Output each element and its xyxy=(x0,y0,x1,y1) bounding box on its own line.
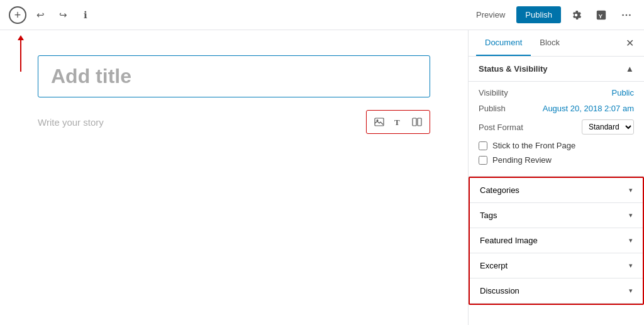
svg-text:T: T xyxy=(394,118,400,127)
toolbar-right: Preview Publish Y xyxy=(470,5,636,25)
tags-label: Tags xyxy=(480,211,497,220)
red-arrow-indicator xyxy=(18,35,24,72)
excerpt-header[interactable]: Excerpt ▾ xyxy=(470,253,643,278)
status-visibility-label: Status & Visibility xyxy=(479,64,548,74)
sidebar: Document Block ✕ Status & Visibility ▲ V… xyxy=(468,30,644,325)
add-block-button[interactable]: + xyxy=(8,5,28,25)
tab-block[interactable]: Block xyxy=(531,30,569,56)
post-format-label: Post Format xyxy=(479,123,523,132)
featured-image-header[interactable]: Featured Image ▾ xyxy=(470,228,643,253)
status-visibility-header: Status & Visibility ▲ xyxy=(469,57,644,82)
status-visibility-content: Visibility Public Publish August 20, 201… xyxy=(469,82,644,177)
excerpt-label: Excerpt xyxy=(480,261,508,270)
svg-rect-9 xyxy=(418,118,421,126)
visibility-row: Visibility Public xyxy=(479,88,634,97)
yoast-icon: Y xyxy=(596,9,607,21)
stick-front-page-row: Stick to the Front Page xyxy=(479,141,634,150)
redo-icon: ↪ xyxy=(59,9,67,21)
sidebar-close-button[interactable]: ✕ xyxy=(623,35,636,52)
layout-icon xyxy=(412,117,422,127)
svg-text:Y: Y xyxy=(599,12,603,19)
visibility-value[interactable]: Public xyxy=(612,88,634,97)
publish-value[interactable]: August 20, 2018 2:07 am xyxy=(543,104,634,113)
stick-front-page-checkbox[interactable] xyxy=(479,141,487,150)
status-visibility-toggle[interactable]: ▲ xyxy=(626,64,634,74)
publish-row: Publish August 20, 2018 2:07 am xyxy=(479,104,634,113)
stick-front-page-label: Stick to the Front Page xyxy=(492,141,575,150)
pending-review-checkbox[interactable] xyxy=(479,156,487,165)
editor-area: Add title Write your story T xyxy=(0,30,468,325)
settings-button[interactable] xyxy=(566,5,586,25)
visibility-label: Visibility xyxy=(479,88,508,97)
image-icon xyxy=(374,117,384,127)
undo-button[interactable]: ↩ xyxy=(30,5,50,25)
main-area: Add title Write your story T xyxy=(0,30,644,325)
svg-point-2 xyxy=(622,14,624,16)
title-placeholder: Add title xyxy=(51,65,417,88)
more-options-icon xyxy=(621,9,632,21)
sidebar-tabs: Document Block ✕ xyxy=(469,30,644,57)
categories-label: Categories xyxy=(480,185,519,195)
discussion-section: Discussion ▾ xyxy=(470,278,643,304)
featured-image-chevron: ▾ xyxy=(629,236,633,245)
arrow-line xyxy=(20,40,21,72)
excerpt-chevron: ▾ xyxy=(629,262,633,270)
publish-label: Publish xyxy=(479,104,506,113)
redo-button[interactable]: ↪ xyxy=(53,5,73,25)
pending-review-row: Pending Review xyxy=(479,155,634,165)
info-icon: ℹ xyxy=(84,9,87,21)
image-block-button[interactable] xyxy=(370,113,388,131)
layout-block-button[interactable] xyxy=(408,113,426,131)
svg-point-4 xyxy=(629,14,631,16)
content-placeholder: Write your story xyxy=(38,117,104,128)
collapsible-sections-group: Categories ▾ Tags ▾ Featured Image ▾ xyxy=(469,177,644,305)
tags-chevron: ▾ xyxy=(629,211,633,219)
excerpt-section: Excerpt ▾ xyxy=(470,253,643,278)
yoast-button[interactable]: Y xyxy=(591,5,611,25)
post-format-select[interactable]: Standard Aside Gallery Link Image Quote … xyxy=(582,119,634,135)
post-format-row: Post Format Standard Aside Gallery Link … xyxy=(479,119,634,135)
text-icon: T xyxy=(393,117,403,127)
svg-rect-8 xyxy=(413,118,416,126)
featured-image-section: Featured Image ▾ xyxy=(470,228,643,253)
discussion-header[interactable]: Discussion ▾ xyxy=(470,278,643,303)
categories-header[interactable]: Categories ▾ xyxy=(470,178,643,202)
publish-button[interactable]: Publish xyxy=(516,6,561,23)
toolbar: + ↩ ↪ ℹ Preview Publish Y xyxy=(0,0,644,30)
block-tools: T xyxy=(366,110,430,134)
title-block[interactable]: Add title xyxy=(38,55,430,97)
tags-header[interactable]: Tags ▾ xyxy=(470,203,643,228)
tab-document[interactable]: Document xyxy=(476,30,531,56)
text-block-button[interactable]: T xyxy=(389,113,407,131)
preview-button[interactable]: Preview xyxy=(470,6,511,23)
arrow-head xyxy=(18,35,24,40)
more-options-button[interactable] xyxy=(616,5,636,25)
undo-icon: ↩ xyxy=(36,9,45,21)
toolbar-left: + ↩ ↪ ℹ xyxy=(8,5,96,25)
sidebar-tab-group: Document Block xyxy=(476,30,569,56)
discussion-chevron: ▾ xyxy=(629,287,633,295)
plus-circle-icon: + xyxy=(9,6,26,24)
gear-icon xyxy=(570,9,582,21)
svg-point-3 xyxy=(626,14,628,16)
featured-image-label: Featured Image xyxy=(480,236,538,245)
pending-review-label: Pending Review xyxy=(492,155,552,165)
content-block: Write your story T xyxy=(38,110,430,134)
categories-section: Categories ▾ xyxy=(470,178,643,203)
tags-section: Tags ▾ xyxy=(470,203,643,228)
categories-chevron: ▾ xyxy=(629,186,633,194)
info-button[interactable]: ℹ xyxy=(75,5,96,25)
discussion-label: Discussion xyxy=(480,286,519,295)
